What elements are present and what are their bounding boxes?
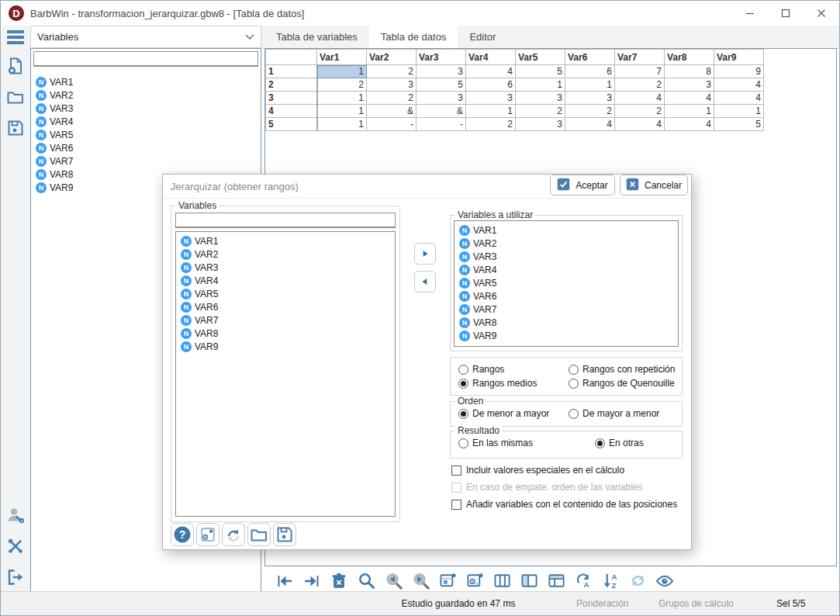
data-cell[interactable]: 1 — [714, 105, 764, 118]
dialog-variables-filter-input[interactable] — [175, 213, 396, 228]
variable-item-var2[interactable]: NVAR2 — [176, 247, 395, 261]
data-cell[interactable]: 1 — [317, 118, 367, 131]
open-folder-button[interactable] — [5, 87, 26, 107]
data-cell[interactable]: 3 — [417, 92, 466, 105]
radio-de-menor-a-mayor[interactable]: De menor a mayor — [458, 407, 569, 420]
move-right-button[interactable] — [414, 243, 436, 265]
data-cell[interactable]: 4 — [615, 92, 665, 105]
refresh-button[interactable] — [628, 572, 647, 590]
column-header-var4[interactable]: Var4 — [466, 50, 516, 65]
variable-item-var4[interactable]: NVAR4 — [31, 115, 261, 128]
data-cell[interactable]: 4 — [466, 65, 516, 78]
cancel-button[interactable]: Cancelar — [620, 175, 688, 196]
go-next-button[interactable] — [302, 572, 321, 590]
close-button[interactable] — [804, 1, 839, 26]
variable-item-var8[interactable]: NVAR8 — [455, 316, 678, 329]
zoom-previous-button[interactable] — [384, 572, 403, 590]
column-header-var6[interactable]: Var6 — [565, 50, 615, 65]
variable-item-var5[interactable]: NVAR5 — [455, 276, 678, 289]
data-cell[interactable]: 4 — [665, 118, 714, 131]
delete-rows-button[interactable] — [330, 572, 348, 590]
data-cell[interactable]: 3 — [516, 92, 565, 105]
preview-button[interactable] — [655, 572, 674, 590]
checkbox-a-adir-variables-con-el-[interactable]: Añadir variables con el contenido de las… — [451, 499, 677, 510]
column-header-var5[interactable]: Var5 — [516, 50, 565, 65]
tools-button[interactable] — [5, 536, 26, 556]
tab-editor[interactable]: Editor — [458, 26, 507, 48]
variables-filter-input[interactable] — [33, 51, 258, 67]
variable-item-var9[interactable]: NVAR9 — [455, 329, 678, 342]
data-cell[interactable]: 2 — [317, 78, 367, 92]
data-cell[interactable]: 9 — [714, 65, 764, 78]
variable-item-var6[interactable]: NVAR6 — [31, 141, 261, 154]
variables-dropdown[interactable]: Variables — [30, 26, 261, 48]
dialog-help-button[interactable]: ? — [171, 523, 194, 546]
rotate-sort-button[interactable]: A — [574, 572, 593, 590]
data-cell[interactable]: 5 — [417, 78, 466, 92]
data-cell[interactable]: 3 — [417, 65, 466, 78]
radio-de-mayor-a-menor[interactable]: De mayor a menor — [569, 407, 682, 420]
data-cell[interactable]: 6 — [466, 78, 516, 92]
dialog-open-folder-button[interactable] — [247, 523, 271, 546]
data-cell[interactable]: 4 — [615, 118, 665, 131]
data-cell[interactable]: & — [367, 105, 417, 118]
column-header-var2[interactable]: Var2 — [367, 50, 417, 65]
variable-item-var6[interactable]: NVAR6 — [176, 300, 395, 313]
move-left-button[interactable] — [414, 271, 436, 292]
data-cell[interactable]: 3 — [665, 78, 714, 92]
tab-tabla-de-datos[interactable]: Tabla de datos — [369, 26, 458, 48]
data-cell[interactable]: - — [367, 118, 417, 131]
data-cell[interactable]: 3 — [516, 118, 565, 131]
sort-az-button[interactable]: AZ — [601, 572, 620, 590]
data-cell[interactable]: 5 — [714, 118, 764, 131]
search-button[interactable] — [357, 572, 375, 590]
columns-selected-button[interactable] — [520, 572, 538, 590]
data-cell[interactable]: 2 — [367, 65, 417, 78]
save-button[interactable] — [5, 118, 26, 138]
hamburger-menu-icon[interactable] — [1, 26, 30, 48]
accept-button[interactable]: Aceptar — [550, 175, 615, 196]
maximize-button[interactable] — [768, 1, 804, 26]
variable-item-var7[interactable]: NVAR7 — [455, 303, 678, 316]
data-cell[interactable]: 3 — [367, 78, 417, 92]
column-header-var8[interactable]: Var8 — [665, 50, 714, 65]
table-corner-cell[interactable] — [266, 50, 317, 65]
data-cell[interactable]: 4 — [665, 92, 714, 105]
user-settings-button[interactable] — [5, 505, 26, 525]
data-cell[interactable]: 2 — [516, 105, 565, 118]
data-cell[interactable]: 1 — [565, 78, 615, 92]
minimize-button[interactable] — [732, 1, 768, 26]
variable-item-var5[interactable]: NVAR5 — [31, 128, 261, 141]
data-cell[interactable]: 1 — [317, 92, 367, 105]
row-header-3[interactable]: 3 — [266, 92, 317, 105]
variable-item-var2[interactable]: NVAR2 — [455, 237, 678, 250]
radio-rangos-medios[interactable]: Rangos medios — [458, 377, 569, 389]
go-previous-button[interactable] — [275, 572, 294, 590]
table-remove-button[interactable] — [438, 572, 457, 590]
data-cell[interactable]: 1 — [516, 78, 565, 92]
radio-en-otras[interactable]: En otras — [595, 437, 682, 449]
variable-item-var4[interactable]: NVAR4 — [176, 274, 395, 287]
row-header-1[interactable]: 1 — [266, 65, 317, 78]
variable-item-var3[interactable]: NVAR3 — [176, 261, 395, 274]
column-header-var9[interactable]: Var9 — [714, 50, 764, 65]
variable-item-var4[interactable]: NVAR4 — [455, 263, 678, 276]
variable-item-var8[interactable]: NVAR8 — [176, 327, 395, 340]
variable-item-var1[interactable]: NVAR1 — [176, 234, 395, 247]
data-cell[interactable]: 2 — [367, 92, 417, 105]
data-cell[interactable]: 2 — [615, 78, 665, 92]
column-header-var1[interactable]: Var1 — [317, 50, 367, 65]
data-cell[interactable]: 1 — [665, 105, 714, 118]
new-file-button[interactable] — [5, 56, 26, 76]
variable-item-var7[interactable]: NVAR7 — [176, 313, 395, 327]
table-options-button[interactable] — [465, 572, 484, 590]
exit-button[interactable] — [5, 567, 26, 587]
row-header-5[interactable]: 5 — [266, 118, 317, 131]
row-header-4[interactable]: 4 — [266, 105, 317, 118]
data-cell[interactable]: 1 — [466, 105, 516, 118]
variable-item-var6[interactable]: NVAR6 — [455, 289, 678, 303]
tab-tabla-de-variables[interactable]: Tabla de variables — [264, 26, 369, 48]
radio-en-las-mismas[interactable]: En las mismas — [458, 437, 595, 449]
variable-item-var9[interactable]: NVAR9 — [176, 340, 395, 353]
data-cell[interactable]: 6 — [565, 65, 615, 78]
